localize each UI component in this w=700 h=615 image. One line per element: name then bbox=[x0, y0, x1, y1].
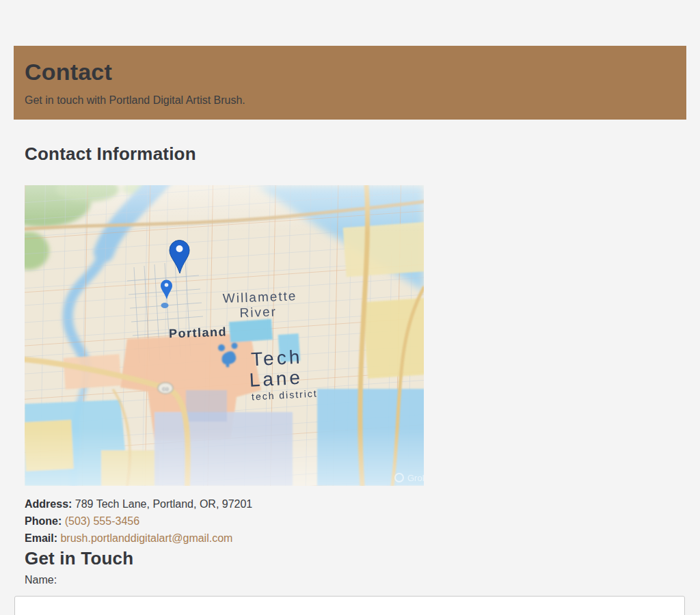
page-subtitle: Get in touch with Portland Digital Artis… bbox=[25, 94, 675, 107]
contact-information-heading: Contact Information bbox=[25, 144, 196, 164]
name-label: Name: bbox=[25, 573, 57, 587]
email-label: Email: bbox=[25, 532, 57, 544]
svg-text:Lane: Lane bbox=[249, 367, 304, 391]
address-value: 789 Tech Lane, Portland, OR, 97201 bbox=[75, 498, 252, 510]
phone-label: Phone: bbox=[25, 515, 62, 527]
map-city-label: Portland bbox=[169, 325, 228, 340]
name-input[interactable] bbox=[14, 596, 685, 615]
map-haze-bottom bbox=[25, 428, 424, 486]
map-road-shield-icon: co bbox=[158, 383, 173, 394]
portland-map-image: Willamette River Portland Tech Lane tech… bbox=[25, 185, 424, 486]
svg-text:Grok: Grok bbox=[407, 473, 424, 483]
email-line: Email: brush.portlanddigitalart@gmail.co… bbox=[25, 530, 252, 547]
get-in-touch-heading: Get in Touch bbox=[25, 548, 133, 569]
page-title: Contact bbox=[25, 60, 675, 83]
map-haze-top bbox=[25, 185, 424, 233]
map-graphic: Willamette River Portland Tech Lane tech… bbox=[25, 185, 424, 486]
svg-text:co: co bbox=[162, 385, 169, 392]
svg-text:River: River bbox=[239, 304, 277, 320]
contact-details: Address: 789 Tech Lane, Portland, OR, 97… bbox=[25, 495, 252, 547]
hero-banner: Contact Get in touch with Portland Digit… bbox=[14, 46, 686, 120]
map-dot-marker-icon bbox=[161, 303, 169, 308]
email-link[interactable]: brush.portlanddigitalart@gmail.com bbox=[60, 532, 232, 544]
phone-line: Phone: (503) 555-3456 bbox=[25, 512, 252, 530]
address-line: Address: 789 Tech Lane, Portland, OR, 97… bbox=[25, 495, 252, 512]
svg-text:Willamette: Willamette bbox=[222, 288, 297, 305]
phone-link[interactable]: (503) 555-3456 bbox=[65, 515, 139, 527]
address-label: Address: bbox=[25, 498, 72, 510]
